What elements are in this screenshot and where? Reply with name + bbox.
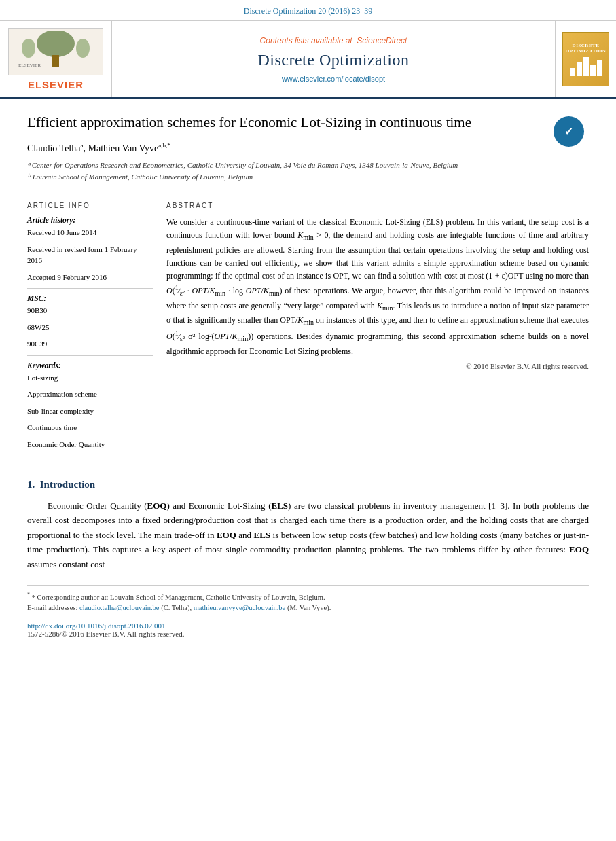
footnote-section: * * Corresponding author at: Louvain Sch…	[27, 585, 589, 613]
footnote-corresponding-text: * Corresponding author at: Louvain Schoo…	[32, 594, 325, 601]
bar5	[597, 60, 602, 76]
abstract-text: We consider a continuous-time variant of…	[166, 216, 589, 358]
journal-link-bar: Discrete Optimization 20 (2016) 23–39	[0, 0, 616, 21]
divider-2	[27, 465, 589, 465]
msc-90b30: 90B30	[27, 305, 153, 317]
keywords-title: Keywords:	[27, 361, 153, 370]
left-divider-1	[27, 288, 153, 289]
journal-logo-bars	[570, 56, 602, 76]
abstract-col: ABSTRACT We consider a continuous-time v…	[166, 202, 589, 455]
article-info-title: ARTICLE INFO	[27, 202, 153, 209]
article-title-text: Efficient approximation schemes for Econ…	[27, 114, 471, 130]
svg-text:ELSEVIER: ELSEVIER	[18, 62, 41, 68]
affiliations: ᵃ Center for Operations Research and Eco…	[27, 160, 589, 182]
then-word: then	[413, 315, 427, 325]
journal-logo-title: DISCRETE OPTIMIZATION	[566, 43, 606, 54]
msc-68w25: 68W25	[27, 322, 153, 334]
journal-center: Contents lists available at ScienceDirec…	[112, 21, 555, 97]
section-name: Introduction	[40, 479, 95, 490]
doi-url: http://dx.doi.org/10.1016/j.disopt.2016.…	[27, 622, 589, 630]
article-title: Efficient approximation schemes for Econ…	[27, 113, 589, 132]
elsevier-logo: ELSEVIER ELSEVIER	[0, 21, 112, 97]
kw-lot-sizing: Lot-sizing	[27, 372, 153, 384]
msc-title: MSC:	[27, 294, 153, 302]
revised-text: Received in revised form 1 February 2016	[27, 244, 153, 266]
kw-sublinear: Sub-linear complexity	[27, 406, 153, 417]
journal-url[interactable]: www.elsevier.com/locate/disopt	[282, 75, 385, 83]
elsevier-text: ELSEVIER	[28, 79, 84, 90]
journal-logo-right: DISCRETE OPTIMIZATION	[555, 21, 616, 97]
affil-a: ᵃ Center for Operations Research and Eco…	[27, 160, 589, 171]
two-col-section: ARTICLE INFO Article history: Received 1…	[27, 202, 589, 455]
function-word: function	[205, 230, 232, 240]
intro-paragraph-1: Economic Order Quantity (EOQ) and Econom…	[27, 499, 589, 571]
issn-text: 1572-5286/© 2016 Elsevier B.V. All right…	[27, 630, 589, 638]
affil-b: ᵇ Louvain School of Management, Catholic…	[27, 171, 589, 183]
sciencedirect-name: ScienceDirect	[357, 36, 407, 46]
kw-continuous: Continuous time	[27, 422, 153, 433]
copyright-line: © 2016 Elsevier B.V. All rights reserved…	[166, 362, 589, 370]
footnote-corresponding: * * Corresponding author at: Louvain Sch…	[27, 591, 589, 603]
svg-rect-2	[52, 55, 59, 67]
journal-title-header: Discrete Optimization	[257, 51, 409, 69]
crossmark-badge: ✓	[554, 116, 584, 147]
doi-section: http://dx.doi.org/10.1016/j.disopt.2016.…	[27, 622, 589, 638]
email2-link[interactable]: mathieu.vanvyve@uclouvain.be	[194, 604, 286, 611]
section-number: 1.	[27, 479, 35, 490]
header-section: ELSEVIER ELSEVIER Contents lists availab…	[0, 21, 616, 99]
doi-link[interactable]: http://dx.doi.org/10.1016/j.disopt.2016.…	[27, 622, 166, 630]
crossmark: ✓	[548, 113, 589, 150]
email1-link[interactable]: claudio.telha@uclouvain.be	[79, 604, 160, 611]
kw-approx: Approximation scheme	[27, 389, 153, 400]
msc-90c39: 90C39	[27, 338, 153, 350]
sciencedirect-line: Contents lists available at ScienceDirec…	[260, 36, 407, 46]
authors: Claudio Telhaa, Mathieu Van Vyvea,b,*	[27, 142, 589, 154]
article-info-col: ARTICLE INFO Article history: Received 1…	[27, 202, 153, 455]
journal-link[interactable]: Discrete Optimization 20 (2016) 23–39	[244, 6, 372, 16]
email2-label: (M. Van Vyve).	[285, 604, 331, 611]
received-text: Received 10 June 2014	[27, 227, 153, 238]
bar3	[583, 57, 589, 76]
left-divider-2	[27, 355, 153, 356]
elsevier-logo-image: ELSEVIER	[8, 28, 103, 75]
footnote-star: *	[27, 592, 30, 598]
accepted-text: Accepted 9 February 2016	[27, 272, 153, 283]
bar4	[590, 65, 596, 76]
sciencedirect-prefix: Contents lists available at	[260, 36, 352, 46]
paper-content: Efficient approximation schemes for Econ…	[0, 99, 616, 651]
email-prefix: E-mail addresses:	[27, 604, 77, 611]
holding-word: holding	[390, 230, 415, 240]
footnote-emails: E-mail addresses: claudio.telha@uclouvai…	[27, 603, 589, 613]
abstract-title: ABSTRACT	[166, 202, 589, 209]
bar2	[577, 62, 582, 76]
journal-logo-box: DISCRETE OPTIMIZATION	[562, 32, 610, 86]
kw-eoq: Economic Order Quantity	[27, 439, 153, 450]
svg-point-3	[22, 39, 35, 58]
svg-point-4	[76, 39, 90, 58]
bar1	[570, 68, 575, 76]
history-title: Article history:	[27, 216, 153, 224]
email1-label: (C. Telha),	[160, 604, 192, 611]
section-title-intro: 1. Introduction	[27, 479, 589, 490]
authors-text: Claudio Telhaa, Mathieu Van Vyvea,b,*	[27, 143, 170, 154]
divider-1	[27, 192, 589, 192]
